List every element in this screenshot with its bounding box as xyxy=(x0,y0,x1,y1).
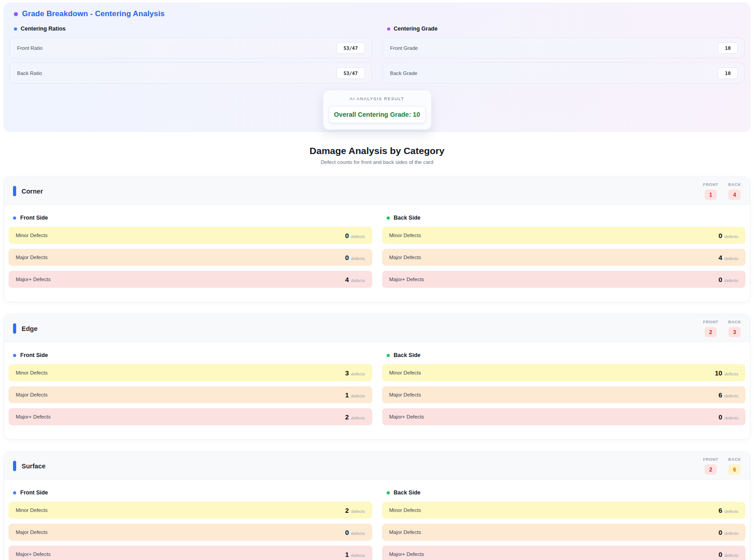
defect-count: 0 defects xyxy=(345,254,365,261)
front-column-label: FRONT xyxy=(703,457,719,462)
defect-unit: defects xyxy=(351,234,365,239)
centering-ratios-column: Centering Ratios Front Ratio 53/47 Back … xyxy=(9,26,372,88)
defect-number: 6 xyxy=(719,391,722,399)
category-title: Edge xyxy=(13,323,37,334)
front-majorplus-defects-row: Major+ Defects 4 defects xyxy=(9,271,372,288)
front-majorplus-defects-row: Major+ Defects 2 defects xyxy=(9,408,372,425)
defect-row-label: Major+ Defects xyxy=(389,551,424,557)
defect-count: 2 defects xyxy=(345,413,365,421)
defect-count: 1 defects xyxy=(345,391,365,399)
category-name: Surface xyxy=(22,463,45,470)
defect-unit: defects xyxy=(724,553,738,558)
category-bar-icon xyxy=(13,323,16,334)
centering-grid: Centering Ratios Front Ratio 53/47 Back … xyxy=(9,26,745,88)
front-badge-column: FRONT 2 xyxy=(703,457,719,475)
defect-number: 0 xyxy=(719,276,722,283)
back-count-badge: 3 xyxy=(728,327,741,337)
defect-count: 0 defects xyxy=(345,529,365,536)
defect-number: 0 xyxy=(719,551,722,558)
defect-row-label: Major Defects xyxy=(389,529,421,535)
back-side-heading: Back Side xyxy=(387,215,746,221)
back-column-label: BACK xyxy=(728,320,741,324)
defect-count: 3 defects xyxy=(345,369,365,377)
defect-number: 10 xyxy=(715,369,723,377)
purple-dot-icon xyxy=(14,12,18,16)
defect-row-label: Minor Defects xyxy=(389,370,421,375)
front-side-label: Front Side xyxy=(20,489,48,496)
back-majorplus-defects-row: Major+ Defects 0 defects xyxy=(382,546,746,560)
defect-row-label: Major Defects xyxy=(389,255,421,260)
back-minor-defects-row: Minor Defects 6 defects xyxy=(382,502,746,519)
defect-unit: defects xyxy=(724,256,738,261)
front-major-defects-row: Major Defects 0 defects xyxy=(9,524,372,541)
category-badges: FRONT 2 BACK 3 xyxy=(703,320,741,337)
overall-centering-grade: Overall Centering Grade: 10 xyxy=(329,106,426,123)
defect-unit: defects xyxy=(724,371,738,376)
front-column-label: FRONT xyxy=(703,320,719,324)
category-name: Corner xyxy=(22,188,43,195)
front-count-badge: 1 xyxy=(705,190,717,200)
back-badge-column: BACK 6 xyxy=(728,457,741,475)
defect-unit: defects xyxy=(351,278,365,283)
page-title: Grade Breakdown - Centering Analysis xyxy=(22,9,165,18)
defect-row-label: Major+ Defects xyxy=(16,551,51,557)
centering-ratios-heading: Centering Ratios xyxy=(14,26,372,32)
back-badge-column: BACK 4 xyxy=(728,182,741,200)
damage-analysis-header: Damage Analysis by Category Defect count… xyxy=(4,146,750,165)
back-ratio-label: Back Ratio xyxy=(17,71,42,76)
defect-row-label: Minor Defects xyxy=(16,233,48,238)
back-side-label: Back Side xyxy=(394,215,421,221)
defect-number: 1 xyxy=(345,391,349,399)
defect-number: 0 xyxy=(719,232,722,239)
back-side-heading: Back Side xyxy=(387,489,746,496)
defect-unit: defects xyxy=(724,278,738,283)
defect-number: 4 xyxy=(719,254,722,261)
blue-dot-icon xyxy=(13,354,16,357)
category-card-corner: Corner FRONT 1 BACK 4 xyxy=(4,176,750,302)
category-badges: FRONT 1 BACK 4 xyxy=(703,182,741,200)
back-ratio-value: 53/47 xyxy=(336,67,365,79)
front-major-defects-row: Major Defects 1 defects xyxy=(9,386,372,403)
defect-row-label: Minor Defects xyxy=(16,370,48,375)
defect-number: 0 xyxy=(345,232,349,239)
back-badge-column: BACK 3 xyxy=(728,320,741,337)
defect-unit: defects xyxy=(724,415,738,420)
back-grade-value: 10 xyxy=(718,67,738,79)
back-grade-label: Back Grade xyxy=(390,71,418,76)
page: Grade Breakdown - Centering Analysis Cen… xyxy=(0,0,754,560)
front-count-badge: 2 xyxy=(705,327,717,337)
defect-number: 2 xyxy=(345,507,349,514)
front-major-defects-row: Major Defects 0 defects xyxy=(9,249,372,266)
defect-number: 0 xyxy=(345,529,349,536)
front-side-panel: Front Side Minor Defects 0 defects Major… xyxy=(9,211,372,293)
defect-unit: defects xyxy=(351,393,365,398)
ai-analysis-result-label: AI ANALYSIS RESULT xyxy=(329,96,426,101)
category-header: Surface FRONT 2 BACK 6 xyxy=(4,452,750,480)
defect-unit: defects xyxy=(724,531,738,536)
front-minor-defects-row: Minor Defects 3 defects xyxy=(9,364,372,381)
front-badge-column: FRONT 2 xyxy=(703,320,719,337)
back-major-defects-row: Major Defects 0 defects xyxy=(382,524,746,541)
back-side-panel: Back Side Minor Defects 10 defects Major… xyxy=(382,348,746,430)
category-title: Surface xyxy=(13,461,45,471)
category-title: Corner xyxy=(13,186,43,196)
defect-unit: defects xyxy=(724,393,738,398)
front-ratio-value: 53/47 xyxy=(336,42,365,54)
green-dot-icon xyxy=(387,354,390,357)
defect-row-label: Major+ Defects xyxy=(16,277,51,282)
defect-count: 0 defects xyxy=(719,413,738,421)
centering-ratios-heading-label: Centering Ratios xyxy=(21,26,66,32)
defect-count: 2 defects xyxy=(345,507,365,514)
centering-grade-heading: Centering Grade xyxy=(387,26,745,32)
defect-row-label: Major Defects xyxy=(389,392,421,397)
centering-grade-column: Centering Grade Front Grade 10 Back Grad… xyxy=(383,26,745,88)
category-list: Corner FRONT 1 BACK 4 xyxy=(4,176,750,560)
back-grade-row: Back Grade 10 xyxy=(383,62,745,84)
front-badge-column: FRONT 1 xyxy=(703,182,719,200)
defect-unit: defects xyxy=(724,234,738,239)
defect-number: 3 xyxy=(345,369,349,377)
back-ratio-row: Back Ratio 53/47 xyxy=(9,62,372,84)
front-side-panel: Front Side Minor Defects 3 defects Major… xyxy=(9,348,372,430)
damage-analysis-subtitle: Defect counts for front and back sides o… xyxy=(4,159,750,165)
category-bar-icon xyxy=(13,186,16,196)
